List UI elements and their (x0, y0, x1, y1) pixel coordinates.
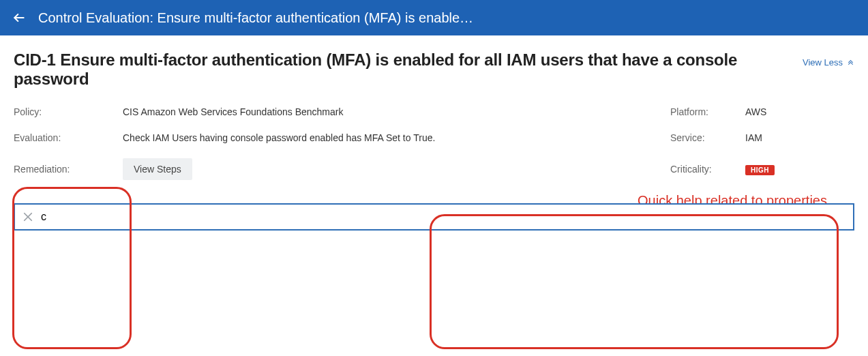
platform-label: Platform: (670, 106, 745, 117)
content-area: CID-1 Ensure multi-factor authentication… (0, 35, 868, 180)
criticality-label: Criticality: (670, 164, 745, 175)
service-value: IAM (745, 132, 854, 143)
view-steps-button[interactable]: View Steps (123, 158, 192, 180)
search-input[interactable] (37, 211, 849, 223)
back-arrow-icon[interactable] (12, 11, 26, 25)
remediation-label: Remediation: (14, 164, 123, 175)
search-box (14, 203, 854, 231)
header-title: Control Evaluation: Ensure multi-factor … (38, 10, 473, 26)
platform-value: AWS (745, 106, 854, 117)
search-area: account.idcidcontrol.criticalitycontrol.… (14, 203, 854, 231)
evaluation-value: Check IAM Users having console password … (123, 132, 670, 143)
page-title: CID-1 Ensure multi-factor authentication… (14, 50, 789, 89)
service-label: Service: (670, 132, 745, 143)
evaluation-label: Evaluation: (14, 132, 123, 143)
view-less-label: View Less (803, 57, 843, 68)
policy-value: CIS Amazon Web Services Foundations Benc… (123, 106, 670, 117)
view-less-toggle[interactable]: View Less (803, 57, 854, 68)
app-header: Control Evaluation: Ensure multi-factor … (0, 0, 868, 35)
meta-grid: Policy: CIS Amazon Web Services Foundati… (14, 106, 854, 180)
clear-icon[interactable] (19, 208, 37, 226)
chevron-double-up-icon (847, 59, 854, 66)
policy-label: Policy: (14, 106, 123, 117)
criticality-badge: HIGH (745, 165, 775, 175)
